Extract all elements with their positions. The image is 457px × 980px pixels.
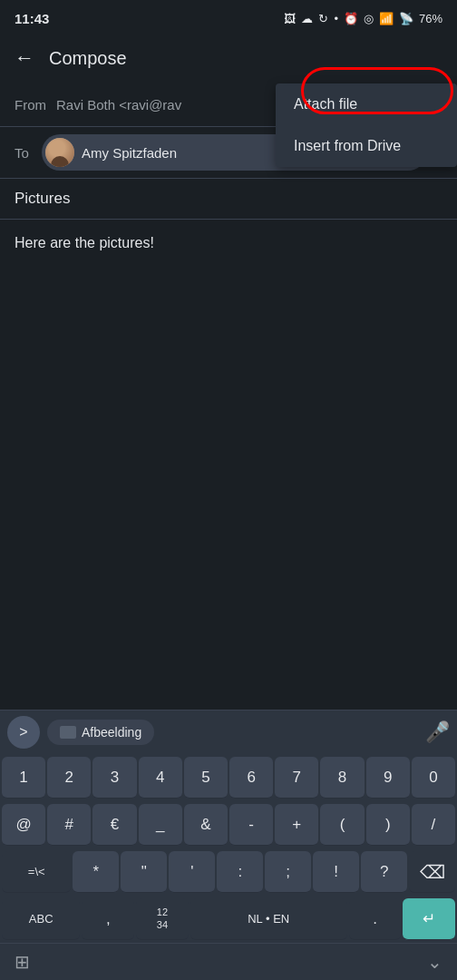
key-2[interactable]: 2 [47,757,91,799]
avatar-image [45,138,74,167]
key-7[interactable]: 7 [275,757,318,799]
key-colon[interactable]: : [217,851,263,893]
body-text: Here are the pictures! [15,235,154,250]
alarm-icon: ⏰ [344,12,358,25]
key-at[interactable]: @ [2,804,45,846]
key-exclaim[interactable]: ! [313,851,359,893]
keyboard-icon[interactable]: ⊞ [15,951,30,973]
key-9[interactable]: 9 [366,757,410,799]
chevron-down-icon[interactable]: ⌄ [427,951,442,973]
suggestion-chip-afbeelding[interactable]: Afbeelding [47,720,154,745]
symbol-row-2: =\< * " ' : ; ! ? ⌫ [0,848,457,896]
gallery-icon: 🖼 [284,12,296,25]
bottom-row: ABC , 1234 NL • EN . ↵ [0,896,457,943]
key-question[interactable]: ? [361,851,407,893]
suggestion-text: Afbeelding [82,725,141,740]
key-4[interactable]: 4 [139,757,182,799]
insert-from-drive-menu-item[interactable]: Insert from Drive [276,125,457,167]
key-underscore[interactable]: _ [139,804,182,846]
keyboard-area: > Afbeelding 🎤 1 2 3 4 5 6 7 8 9 0 @ # €… [0,710,457,980]
key-1[interactable]: 1 [2,757,45,799]
bottom-nav-bar: ⊞ ⌄ [0,943,457,980]
key-period[interactable]: . [349,898,402,940]
key-8[interactable]: 8 [320,757,364,799]
key-lparen[interactable]: ( [320,804,364,846]
to-label: To [15,145,42,161]
key-hash[interactable]: # [47,804,91,846]
image-suggestion-icon [60,726,76,739]
dot-icon: • [334,12,338,25]
compose-title: Compose [49,48,450,69]
cloud-icon: ☁ [301,12,313,25]
suggestions-bar: > Afbeelding 🎤 [0,710,457,754]
key-symbols-toggle[interactable]: =\< [2,851,71,893]
recipient-name: Amy Spitzfaden [82,145,177,161]
key-numswitch[interactable]: 1234 [136,898,189,940]
key-semicolon[interactable]: ; [265,851,311,893]
suggestion-arrow[interactable]: > [7,716,40,749]
key-squote[interactable]: ' [169,851,215,893]
key-minus[interactable]: - [229,804,273,846]
body-area[interactable]: Here are the pictures! [0,220,457,365]
signal-icon: 📡 [399,12,413,25]
subject-row[interactable]: Pictures [0,179,457,220]
from-label: From [15,97,56,113]
key-0[interactable]: 0 [412,757,455,799]
key-asterisk[interactable]: * [73,851,119,893]
status-icons: 🖼 ☁ ↻ • ⏰ ◎ 📶 📡 76% [284,12,442,25]
mic-button[interactable]: 🎤 [425,720,450,744]
attach-file-menu-item[interactable]: Attach file [276,83,457,125]
key-abc[interactable]: ABC [2,898,80,940]
key-rparen[interactable]: ) [366,804,410,846]
sync-icon: ↻ [318,12,328,25]
avatar [45,138,74,167]
status-bar: 11:43 🖼 ☁ ↻ • ⏰ ◎ 📶 📡 76% [0,0,457,33]
key-slash[interactable]: / [412,804,455,846]
subject-text: Pictures [15,190,70,207]
insert-from-drive-label: Insert from Drive [294,138,401,153]
back-button[interactable]: ← [7,39,42,77]
key-5[interactable]: 5 [184,757,228,799]
compose-header: ← Compose Attach file Insert from Drive [0,33,457,83]
symbol-row-1: @ # € _ & - + ( ) / [0,801,457,848]
key-3[interactable]: 3 [92,757,136,799]
status-time: 11:43 [15,11,49,26]
wifi-icon: 📶 [379,12,394,25]
key-enter[interactable]: ↵ [403,898,455,940]
key-ampersand[interactable]: & [184,804,228,846]
key-euro[interactable]: € [92,804,136,846]
attach-file-label: Attach file [294,96,357,112]
key-plus[interactable]: + [275,804,318,846]
number-row: 1 2 3 4 5 6 7 8 9 0 [0,754,457,801]
battery-level: 76% [419,12,442,25]
key-delete[interactable]: ⌫ [409,851,455,893]
key-comma[interactable]: , [82,898,134,940]
key-dquote[interactable]: " [121,851,167,893]
key-6[interactable]: 6 [229,757,273,799]
dropdown-menu: Attach file Insert from Drive [276,83,457,167]
location-icon: ◎ [364,12,374,25]
key-space[interactable]: NL • EN [190,898,347,940]
